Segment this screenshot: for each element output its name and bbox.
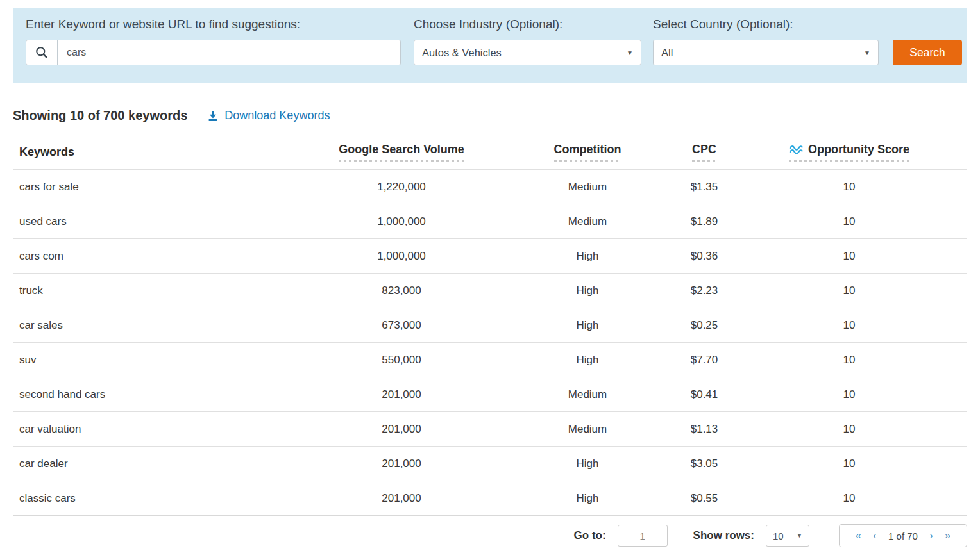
- table-row: cars com 1,000,000 High $0.36 10: [13, 239, 967, 274]
- results-bar: Showing 10 of 700 keywords Download Keyw…: [13, 108, 967, 123]
- competition-cell: High: [498, 447, 677, 481]
- table-row: classic cars 201,000 High $0.55 10: [13, 481, 967, 516]
- column-header-volume: Google Search Volume: [305, 135, 498, 170]
- table-row: car valuation 201,000 Medium $1.13 10: [13, 412, 967, 447]
- column-header-score: Opportunity Score: [731, 135, 967, 170]
- sort-cpc[interactable]: CPC: [692, 143, 716, 162]
- score-cell: 10: [731, 412, 967, 447]
- keyword-cell: car valuation: [13, 412, 305, 447]
- page-status: 1 of 70: [888, 531, 918, 541]
- chevron-down-icon: ▼: [627, 49, 633, 56]
- search-panel: Enter Keyword or website URL to find sug…: [13, 8, 967, 83]
- competition-cell: Medium: [498, 412, 677, 447]
- score-cell: 10: [731, 274, 967, 308]
- country-label: Select Country (Optional):: [653, 17, 879, 32]
- keyword-input-wrap: [26, 40, 401, 65]
- score-cell: 10: [731, 481, 967, 516]
- column-header-competition: Competition: [498, 135, 677, 170]
- volume-cell: 201,000: [305, 412, 498, 447]
- sort-volume[interactable]: Google Search Volume: [339, 143, 464, 162]
- cpc-cell: $1.35: [677, 170, 731, 204]
- table-row: car dealer 201,000 High $3.05 10: [13, 447, 967, 481]
- download-keywords-link[interactable]: Download Keywords: [207, 109, 330, 122]
- keyword-cell: second hand cars: [13, 377, 305, 412]
- competition-cell: High: [498, 481, 677, 516]
- show-rows-value: 10: [773, 531, 784, 541]
- keyword-cell: used cars: [13, 204, 305, 239]
- chevron-down-icon: ▼: [864, 49, 870, 56]
- goto-page-input[interactable]: [618, 525, 668, 547]
- country-field-group: Select Country (Optional): All ▼: [653, 17, 879, 65]
- table-row: used cars 1,000,000 Medium $1.89 10: [13, 204, 967, 239]
- volume-cell: 201,000: [305, 377, 498, 412]
- volume-cell: 823,000: [305, 274, 498, 308]
- competition-cell: Medium: [498, 170, 677, 204]
- competition-cell: Medium: [498, 377, 677, 412]
- cpc-cell: $0.41: [677, 377, 731, 412]
- industry-label: Choose Industry (Optional):: [414, 17, 641, 32]
- search-icon: [26, 40, 58, 65]
- cpc-cell: $2.23: [677, 274, 731, 308]
- score-cell: 10: [731, 343, 967, 377]
- keyword-cell: suv: [13, 343, 305, 377]
- column-header-cpc: CPC: [677, 135, 731, 170]
- country-selected-value: All: [661, 47, 673, 59]
- search-button[interactable]: Search: [893, 40, 962, 65]
- results-summary: Showing 10 of 700 keywords: [13, 108, 187, 123]
- volume-cell: 1,000,000: [305, 204, 498, 239]
- industry-field-group: Choose Industry (Optional): Autos & Vehi…: [414, 17, 641, 65]
- competition-cell: High: [498, 308, 677, 343]
- pagination: « ‹ 1 of 70 › »: [839, 524, 967, 547]
- cpc-cell: $7.70: [677, 343, 731, 377]
- keyword-label: Enter Keyword or website URL to find sug…: [26, 17, 401, 32]
- show-rows-label: Show rows:: [693, 529, 754, 542]
- show-rows-select[interactable]: 10 ▼: [766, 525, 809, 547]
- volume-cell: 550,000: [305, 343, 498, 377]
- score-cell: 10: [731, 377, 967, 412]
- next-page-button[interactable]: ›: [929, 531, 933, 541]
- score-cell: 10: [731, 239, 967, 274]
- volume-cell: 1,000,000: [305, 239, 498, 274]
- score-cell: 10: [731, 170, 967, 204]
- table-row: second hand cars 201,000 Medium $0.41 10: [13, 377, 967, 412]
- prev-page-button[interactable]: ‹: [873, 531, 876, 541]
- last-page-button[interactable]: »: [945, 531, 950, 541]
- column-header-keywords: Keywords: [13, 135, 305, 170]
- cpc-cell: $0.36: [677, 239, 731, 274]
- volume-cell: 673,000: [305, 308, 498, 343]
- score-cell: 10: [731, 447, 967, 481]
- goto-label: Go to:: [574, 529, 606, 542]
- keyword-table: Keywords Google Search Volume Competitio…: [13, 135, 967, 516]
- keyword-input[interactable]: [58, 40, 400, 65]
- table-row: suv 550,000 High $7.70 10: [13, 343, 967, 377]
- score-cell: 10: [731, 204, 967, 239]
- wave-icon: [789, 145, 804, 154]
- keyword-cell: truck: [13, 274, 305, 308]
- cpc-cell: $0.55: [677, 481, 731, 516]
- cpc-cell: $1.13: [677, 412, 731, 447]
- competition-cell: High: [498, 239, 677, 274]
- keyword-cell: classic cars: [13, 481, 305, 516]
- volume-cell: 1,220,000: [305, 170, 498, 204]
- table-footer: Go to: Show rows: 10 ▼ « ‹ 1 of 70 › »: [13, 524, 967, 547]
- keyword-cell: cars com: [13, 239, 305, 274]
- sort-score[interactable]: Opportunity Score: [789, 143, 909, 162]
- keyword-field-group: Enter Keyword or website URL to find sug…: [26, 17, 401, 65]
- table-row: truck 823,000 High $2.23 10: [13, 274, 967, 308]
- sort-competition[interactable]: Competition: [554, 143, 621, 162]
- table-row: cars for sale 1,220,000 Medium $1.35 10: [13, 170, 967, 204]
- volume-cell: 201,000: [305, 481, 498, 516]
- competition-cell: High: [498, 343, 677, 377]
- keyword-table-header: Keywords Google Search Volume Competitio…: [13, 135, 967, 170]
- keyword-cell: car sales: [13, 308, 305, 343]
- chevron-down-icon: ▼: [797, 532, 802, 539]
- cpc-cell: $1.89: [677, 204, 731, 239]
- competition-cell: Medium: [498, 204, 677, 239]
- search-button-spacer: [893, 17, 962, 32]
- first-page-button[interactable]: «: [856, 531, 861, 541]
- score-cell: 10: [731, 308, 967, 343]
- keyword-cell: cars for sale: [13, 170, 305, 204]
- industry-select[interactable]: Autos & Vehicles ▼: [414, 40, 641, 65]
- keyword-table-body: cars for sale 1,220,000 Medium $1.35 10 …: [13, 170, 967, 516]
- country-select[interactable]: All ▼: [653, 40, 879, 65]
